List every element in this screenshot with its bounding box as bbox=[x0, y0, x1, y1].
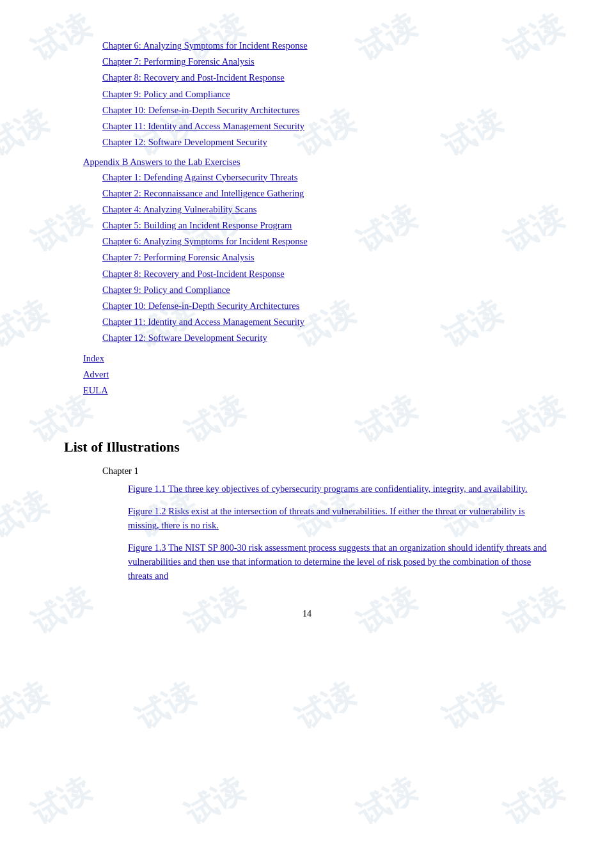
toc-item: Chapter 4: Analyzing Vulnerability Scans bbox=[64, 202, 550, 217]
toc-link[interactable]: Chapter 11: Identity and Access Manageme… bbox=[102, 121, 304, 131]
toc-item: Chapter 8: Recovery and Post-Incident Re… bbox=[64, 267, 550, 281]
toc-item: Chapter 11: Identity and Access Manageme… bbox=[64, 315, 550, 329]
watermark: 试读 bbox=[288, 673, 362, 739]
toc-item: Chapter 1: Defending Against Cybersecuri… bbox=[64, 170, 550, 185]
section-title: List of Illustrations bbox=[64, 439, 550, 455]
toc-link[interactable]: EULA bbox=[83, 385, 108, 395]
toc-item: Chapter 6: Analyzing Symptoms for Incide… bbox=[64, 234, 550, 249]
toc-link[interactable]: Chapter 8: Recovery and Post-Incident Re… bbox=[102, 269, 285, 279]
watermark: 试读 bbox=[0, 673, 55, 739]
figure-link-fig1_2[interactable]: Figure 1.2 Risks exist at the intersecti… bbox=[64, 504, 550, 533]
toc-link[interactable]: Advert bbox=[83, 369, 109, 379]
toc-link[interactable]: Chapter 12: Software Development Securit… bbox=[102, 333, 267, 343]
watermark: 试读 bbox=[178, 769, 251, 835]
toc-item: Chapter 12: Software Development Securit… bbox=[64, 135, 550, 150]
watermark: 试读 bbox=[350, 769, 423, 835]
toc-link[interactable]: Chapter 11: Identity and Access Manageme… bbox=[102, 317, 304, 327]
toc-item: Chapter 11: Identity and Access Manageme… bbox=[64, 119, 550, 134]
content: Chapter 6: Analyzing Symptoms for Incide… bbox=[64, 38, 550, 619]
toc-item: Chapter 5: Building an Incident Response… bbox=[64, 218, 550, 233]
toc-link[interactable]: Chapter 7: Performing Forensic Analysis bbox=[102, 252, 255, 262]
toc-item: Chapter 9: Policy and Compliance bbox=[64, 87, 550, 102]
toc-item: Chapter 10: Defense-in-Depth Security Ar… bbox=[64, 299, 550, 313]
toc-link[interactable]: Index bbox=[83, 353, 104, 363]
appendix-a-list: Chapter 6: Analyzing Symptoms for Incide… bbox=[64, 38, 550, 150]
chapter1-label: Chapter 1 bbox=[64, 466, 550, 477]
toc-link[interactable]: Chapter 9: Policy and Compliance bbox=[102, 285, 230, 295]
toc-item: Chapter 9: Policy and Compliance bbox=[64, 283, 550, 297]
toc-link[interactable]: Chapter 5: Building an Incident Response… bbox=[102, 220, 292, 230]
toc-item: Chapter 7: Performing Forensic Analysis bbox=[64, 54, 550, 69]
toc-link[interactable]: Chapter 9: Policy and Compliance bbox=[102, 89, 230, 99]
figures-container: Figure 1.1 The three key objectives of c… bbox=[64, 482, 550, 583]
toc-item: Chapter 2: Reconnaissance and Intelligen… bbox=[64, 186, 550, 201]
watermark: 试读 bbox=[498, 769, 571, 835]
appendix-b-list: Chapter 1: Defending Against Cybersecuri… bbox=[64, 170, 550, 346]
toc-link[interactable]: Chapter 10: Defense-in-Depth Security Ar… bbox=[102, 301, 299, 311]
toc-link[interactable]: Chapter 10: Defense-in-Depth Security Ar… bbox=[102, 105, 299, 115]
toc-link[interactable]: Chapter 2: Reconnaissance and Intelligen… bbox=[102, 188, 304, 198]
page-number: 14 bbox=[64, 609, 550, 619]
watermark: 试读 bbox=[0, 291, 55, 357]
watermark: 试读 bbox=[24, 769, 98, 835]
appendix-b-link[interactable]: Appendix B Answers to the Lab Exercises bbox=[83, 157, 240, 167]
toc-item: Chapter 7: Performing Forensic Analysis bbox=[64, 250, 550, 265]
toc-item: Advert bbox=[64, 367, 550, 382]
appendix-b-header-container: Appendix B Answers to the Lab Exercises bbox=[64, 155, 550, 170]
page: 试读试读试读试读试读试读试读试读试读试读试读试读试读试读试读试读试读试读试读试读… bbox=[0, 0, 614, 868]
watermark: 试读 bbox=[0, 100, 55, 166]
toc-link[interactable]: Chapter 6: Analyzing Symptoms for Incide… bbox=[102, 236, 308, 246]
toc-link[interactable]: Chapter 4: Analyzing Vulnerability Scans bbox=[102, 204, 256, 214]
toc-item: Chapter 10: Defense-in-Depth Security Ar… bbox=[64, 103, 550, 118]
misc-list: IndexAdvertEULA bbox=[64, 351, 550, 398]
toc-link[interactable]: Chapter 8: Recovery and Post-Incident Re… bbox=[102, 72, 285, 83]
toc-link[interactable]: Chapter 7: Performing Forensic Analysis bbox=[102, 56, 255, 67]
watermark: 试读 bbox=[0, 482, 55, 548]
toc-link[interactable]: Chapter 6: Analyzing Symptoms for Incide… bbox=[102, 40, 308, 51]
figure-link-fig1_1[interactable]: Figure 1.1 The three key objectives of c… bbox=[64, 482, 550, 496]
figure-link-fig1_3[interactable]: Figure 1.3 The NIST SP 800-30 risk asses… bbox=[64, 541, 550, 583]
watermark: 试读 bbox=[129, 673, 203, 739]
watermark: 试读 bbox=[436, 673, 510, 739]
toc-item: Chapter 6: Analyzing Symptoms for Incide… bbox=[64, 38, 550, 53]
toc-link[interactable]: Chapter 1: Defending Against Cybersecuri… bbox=[102, 172, 297, 182]
toc-item: Chapter 12: Software Development Securit… bbox=[64, 331, 550, 345]
toc-item: Chapter 8: Recovery and Post-Incident Re… bbox=[64, 70, 550, 85]
toc-item: Index bbox=[64, 351, 550, 366]
toc-item: EULA bbox=[64, 383, 550, 398]
toc-link[interactable]: Chapter 12: Software Development Securit… bbox=[102, 137, 267, 147]
